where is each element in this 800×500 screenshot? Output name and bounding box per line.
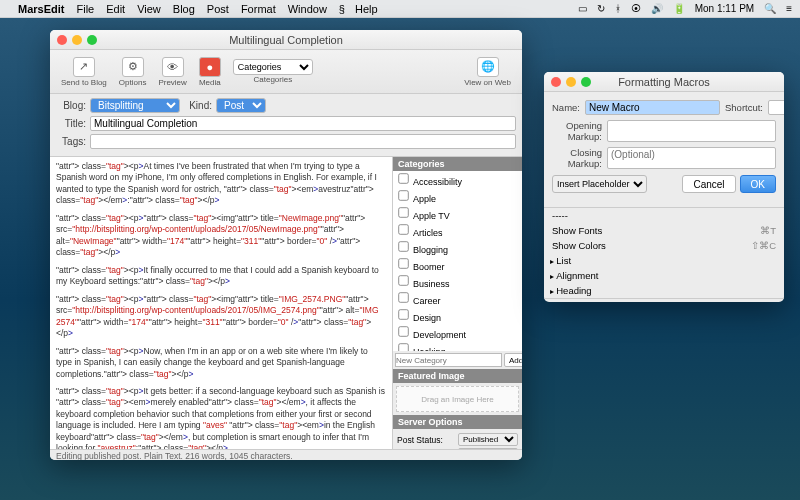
- category-item[interactable]: Blogging: [393, 239, 522, 256]
- tags-label: Tags:: [56, 136, 86, 147]
- volume-icon[interactable]: 🔊: [651, 3, 663, 14]
- media-button[interactable]: ●Media: [194, 55, 226, 89]
- title-input[interactable]: [90, 116, 516, 131]
- category-item[interactable]: Business: [393, 273, 522, 290]
- editor-window: Multilingual Completion ↗Send to Blog ⚙O…: [50, 30, 522, 460]
- opening-markup-input[interactable]: [607, 120, 776, 142]
- macro-shortcut-input[interactable]: [768, 100, 784, 115]
- menu-view[interactable]: View: [137, 3, 161, 15]
- menu-post[interactable]: Post: [207, 3, 229, 15]
- server-options-header: Server Options: [393, 415, 522, 429]
- menu-blog[interactable]: Blog: [173, 3, 195, 15]
- macro-name-input[interactable]: [585, 100, 720, 115]
- send-to-blog-button[interactable]: ↗Send to Blog: [56, 55, 112, 89]
- blog-label: Blog:: [56, 100, 86, 111]
- macro-list-item[interactable]: Show Colors⇧⌘C: [544, 238, 784, 253]
- post-status-label: Post Status:: [397, 435, 443, 445]
- category-item[interactable]: Design: [393, 307, 522, 324]
- category-item[interactable]: Apple: [393, 188, 522, 205]
- menu-format[interactable]: Format: [241, 3, 276, 15]
- battery-icon[interactable]: 🔋: [673, 3, 685, 14]
- closing-markup-input[interactable]: [607, 147, 776, 169]
- macro-list-item[interactable]: Show Fonts⌘T: [544, 223, 784, 238]
- categories-header: Categories: [393, 157, 522, 171]
- blog-select[interactable]: Bitsplitting: [90, 98, 180, 113]
- menu-window[interactable]: Window: [288, 3, 327, 15]
- preview-button[interactable]: 👁Preview: [153, 55, 191, 89]
- category-item[interactable]: Articles: [393, 222, 522, 239]
- editor-titlebar[interactable]: Multilingual Completion: [50, 30, 522, 50]
- category-item[interactable]: Boomer: [393, 256, 522, 273]
- app-menu[interactable]: MarsEdit: [18, 3, 64, 15]
- post-fields: Blog: Bitsplitting Kind: Post Title: Tag…: [50, 94, 522, 157]
- notifications-icon[interactable]: ≡: [786, 3, 792, 14]
- kind-select[interactable]: Post: [216, 98, 266, 113]
- options-button[interactable]: ⚙Options: [114, 55, 152, 89]
- bluetooth-icon[interactable]: ᚼ: [615, 3, 621, 14]
- window-title: Multilingual Completion: [50, 34, 522, 46]
- kind-label: Kind:: [184, 100, 212, 111]
- opening-markup-label: Opening Markup:: [552, 120, 602, 142]
- macro-group[interactable]: Heading: [544, 283, 784, 298]
- add-category-button[interactable]: Add: [504, 353, 522, 367]
- clock[interactable]: Mon 1:11 PM: [695, 3, 754, 14]
- editor-toolbar: ↗Send to Blog ⚙Options 👁Preview ●Media C…: [50, 50, 522, 94]
- title-label: Title:: [56, 118, 86, 129]
- editor-sidebar: Categories AccessibilityAppleApple TVArt…: [392, 157, 522, 449]
- spotlight-icon[interactable]: 🔍: [764, 3, 776, 14]
- author-select[interactable]: Daniel Jalkut: [458, 448, 518, 449]
- category-item[interactable]: Accessibility: [393, 171, 522, 188]
- menu-edit[interactable]: Edit: [106, 3, 125, 15]
- featured-image-header: Featured Image: [393, 369, 522, 383]
- insert-placeholder-select[interactable]: Insert Placeholder: [552, 175, 647, 193]
- macro-window-title: Formatting Macros: [544, 76, 784, 88]
- closing-markup-label: Closing Markup:: [552, 147, 602, 169]
- cancel-button[interactable]: Cancel: [682, 175, 735, 193]
- category-item[interactable]: Hacking: [393, 341, 522, 351]
- macro-group[interactable]: Alignment: [544, 268, 784, 283]
- macro-titlebar[interactable]: Formatting Macros: [544, 72, 784, 92]
- macro-shortcut-label: Shortcut:: [725, 102, 763, 113]
- new-category-input[interactable]: [395, 353, 502, 367]
- category-item[interactable]: Development: [393, 324, 522, 341]
- system-menubar: MarsEdit File Edit View Blog Post Format…: [0, 0, 800, 18]
- category-item[interactable]: Career: [393, 290, 522, 307]
- macro-name-label: Name:: [552, 102, 580, 113]
- script-menu-icon[interactable]: §: [339, 3, 345, 15]
- airplay-icon[interactable]: ▭: [578, 3, 587, 14]
- menu-file[interactable]: File: [76, 3, 94, 15]
- view-on-web-button[interactable]: 🌐View on Web: [459, 55, 516, 89]
- featured-image-dropzone[interactable]: Drag an Image Here: [396, 386, 519, 412]
- post-status-select[interactable]: Published: [458, 433, 518, 446]
- tags-input[interactable]: [90, 134, 516, 149]
- categories-dropdown[interactable]: CategoriesCategories: [228, 57, 318, 86]
- macro-group[interactable]: List: [544, 253, 784, 268]
- status-bar: Editing published post. Plain Text. 216 …: [50, 449, 522, 460]
- macro-window: Formatting Macros Name: Shortcut: Openin…: [544, 72, 784, 302]
- ok-button[interactable]: OK: [740, 175, 776, 193]
- macro-list-item[interactable]: -----: [544, 208, 784, 223]
- categories-list[interactable]: AccessibilityAppleApple TVArticlesBloggi…: [393, 171, 522, 351]
- content-editor[interactable]: "attr"> class="tag"><p>At times I've bee…: [50, 157, 392, 449]
- menu-help[interactable]: Help: [355, 3, 378, 15]
- category-item[interactable]: Apple TV: [393, 205, 522, 222]
- sync-icon[interactable]: ↻: [597, 3, 605, 14]
- macro-list[interactable]: ----- Show Fonts⌘T Show Colors⇧⌘C List A…: [544, 207, 784, 298]
- wifi-icon[interactable]: ⦿: [631, 3, 641, 14]
